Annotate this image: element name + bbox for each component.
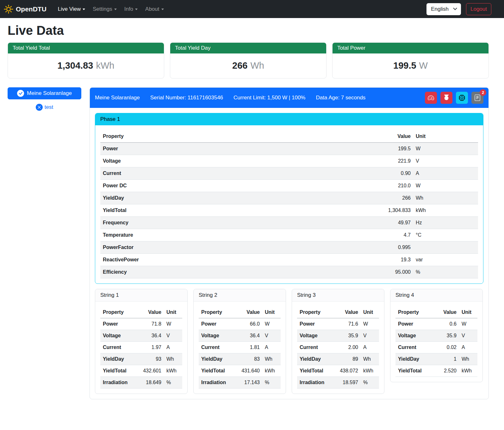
unit-cell: kWh bbox=[413, 204, 478, 216]
inverter-select-button[interactable]: Meine Solaranlage bbox=[8, 87, 81, 99]
events-badge: 2 bbox=[480, 89, 486, 96]
inverter-select-label: Meine Solaranlage bbox=[27, 90, 72, 97]
property-cell: ReactivePower bbox=[100, 253, 288, 266]
nav-item-info[interactable]: Info bbox=[121, 3, 141, 15]
summary-unit: W bbox=[419, 60, 428, 71]
summary-value: 199.5 bbox=[393, 60, 416, 71]
value-cell: 95.000 bbox=[288, 266, 413, 278]
value-cell: 1.97 bbox=[136, 341, 164, 353]
unit-cell: Wh bbox=[262, 353, 281, 365]
summary-card-title: Total Yield Total bbox=[8, 43, 164, 53]
table-row-yieldtotal: YieldTotal438.072kWh bbox=[297, 365, 379, 377]
check-circle-icon bbox=[17, 90, 24, 97]
property-cell: YieldTotal bbox=[199, 365, 234, 377]
nav-item-settings[interactable]: Settings bbox=[89, 3, 120, 15]
device-info-button[interactable] bbox=[456, 92, 468, 104]
inverter-toolbar: 2 bbox=[425, 92, 483, 104]
table-row-power: Power66.0W bbox=[199, 318, 281, 330]
limit-settings-button[interactable] bbox=[425, 92, 437, 104]
column-header-unit: Unit bbox=[262, 307, 281, 318]
unit-cell: Wh bbox=[413, 192, 478, 204]
power-toggle-button[interactable] bbox=[440, 92, 452, 104]
speedometer-icon bbox=[428, 95, 434, 101]
nav-item-live-view[interactable]: Live View bbox=[54, 3, 89, 15]
value-cell: 18.597 bbox=[333, 377, 361, 388]
column-header-property: Property bbox=[297, 307, 333, 318]
language-select[interactable]: English bbox=[426, 3, 461, 15]
value-cell: 18.649 bbox=[136, 377, 164, 388]
table-row-power: Power71.8W bbox=[100, 318, 182, 330]
column-header-unit: Unit bbox=[164, 307, 182, 318]
value-cell: 71.8 bbox=[136, 318, 164, 330]
value-cell: 199.5 bbox=[288, 142, 413, 155]
inverter-serial: Serial Number: 116171603546 bbox=[150, 95, 223, 101]
property-cell: Current bbox=[199, 341, 234, 353]
summary-card-value-row: 266Wh bbox=[170, 53, 326, 78]
caret-down-icon bbox=[114, 9, 117, 10]
column-header-value: Value bbox=[234, 307, 262, 318]
property-cell: Power bbox=[199, 318, 234, 330]
unit-cell: A bbox=[361, 341, 379, 353]
property-cell: Current bbox=[100, 167, 288, 179]
summary-card-value-row: 1,304.83kWh bbox=[8, 53, 164, 78]
power-icon bbox=[443, 95, 450, 101]
inverter-link-test[interactable]: test bbox=[8, 104, 81, 111]
property-cell: Voltage bbox=[100, 330, 136, 341]
string-card-title: String 1 bbox=[95, 289, 187, 302]
string-table: PropertyValueUnitPower66.0WVoltage36.4VC… bbox=[199, 307, 281, 389]
brand-label: OpenDTU bbox=[16, 5, 47, 13]
property-cell: YieldTotal bbox=[395, 365, 434, 377]
string-card-title: String 2 bbox=[194, 289, 286, 302]
property-cell: Power bbox=[100, 318, 136, 330]
content-row: Meine Solaranlage test Meine Solaranlage… bbox=[8, 87, 489, 399]
table-row-irradiation: Irradiation17.143% bbox=[199, 377, 281, 388]
value-cell: 66.0 bbox=[234, 318, 262, 330]
sidebar: Meine Solaranlage test bbox=[8, 87, 81, 111]
value-cell: 431.640 bbox=[234, 365, 262, 377]
inverter-link-label: test bbox=[45, 104, 53, 110]
value-cell: 266 bbox=[288, 192, 413, 204]
event-log-button[interactable]: 2 bbox=[471, 92, 483, 104]
value-cell: 36.4 bbox=[136, 330, 164, 341]
table-row-yieldday: YieldDay89Wh bbox=[297, 353, 379, 365]
property-cell: PowerFactor bbox=[100, 241, 288, 253]
unit-cell: var bbox=[413, 253, 478, 266]
journal-text-icon bbox=[474, 95, 481, 101]
value-cell: 210.0 bbox=[288, 179, 413, 192]
inverter-card: Meine Solaranlage Serial Number: 1161716… bbox=[90, 87, 489, 399]
table-row-voltage: Voltage36.4V bbox=[100, 330, 182, 341]
table-row-reactivepower: ReactivePower19.3var bbox=[100, 253, 478, 266]
brand[interactable]: OpenDTU bbox=[4, 4, 47, 14]
unit-cell: W bbox=[361, 318, 379, 330]
unit-cell: A bbox=[262, 341, 281, 353]
table-row-powerfactor: PowerFactor0.995 bbox=[100, 241, 478, 253]
table-row-irradiation: Irradiation18.649% bbox=[100, 377, 182, 388]
strings-row: String 1 PropertyValueUnitPower71.8WVolt… bbox=[95, 289, 483, 394]
property-cell: YieldDay bbox=[100, 353, 136, 365]
string-card-title: String 4 bbox=[390, 289, 482, 302]
logout-button[interactable]: Logout bbox=[466, 3, 491, 15]
summary-card-value-row: 199.5W bbox=[333, 53, 488, 78]
unit-cell: W bbox=[459, 318, 477, 330]
phase-table: PropertyValueUnitPower199.5WVoltage221.9… bbox=[100, 130, 478, 278]
value-cell: 35.9 bbox=[434, 330, 459, 341]
table-row-voltage: Voltage35.9V bbox=[395, 330, 477, 341]
table-row-voltage: Voltage221.9V bbox=[100, 155, 478, 167]
unit-cell: W bbox=[262, 318, 281, 330]
value-cell: 71.6 bbox=[333, 318, 361, 330]
page-title: Live Data bbox=[8, 23, 489, 38]
unit-cell: % bbox=[361, 377, 379, 388]
nav-item-about[interactable]: About bbox=[141, 3, 167, 15]
table-row-yieldday: YieldDay1Wh bbox=[395, 353, 477, 365]
unit-cell: V bbox=[413, 155, 478, 167]
column-header-property: Property bbox=[100, 307, 136, 318]
unit-cell: Wh bbox=[361, 353, 379, 365]
navbar: OpenDTU Live View Settings Info About En… bbox=[0, 0, 504, 18]
table-header-row: PropertyValueUnit bbox=[100, 130, 478, 143]
table-row-voltage: Voltage36.4V bbox=[199, 330, 281, 341]
table-row-frequency: Frequency49.97Hz bbox=[100, 216, 478, 229]
table-row-power: Power0.6W bbox=[395, 318, 477, 330]
phase-panel: Phase 1 PropertyValueUnitPower199.5WVolt… bbox=[95, 113, 483, 284]
property-cell: Current bbox=[297, 341, 333, 353]
value-cell: 36.4 bbox=[234, 330, 262, 341]
